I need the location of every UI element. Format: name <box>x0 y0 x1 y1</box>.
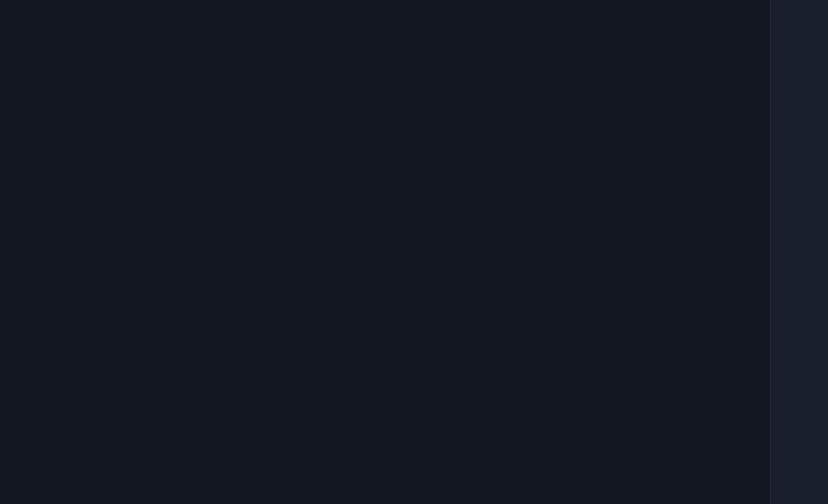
y-axis <box>770 0 828 504</box>
price-chart <box>0 0 770 504</box>
x-axis <box>0 489 770 504</box>
